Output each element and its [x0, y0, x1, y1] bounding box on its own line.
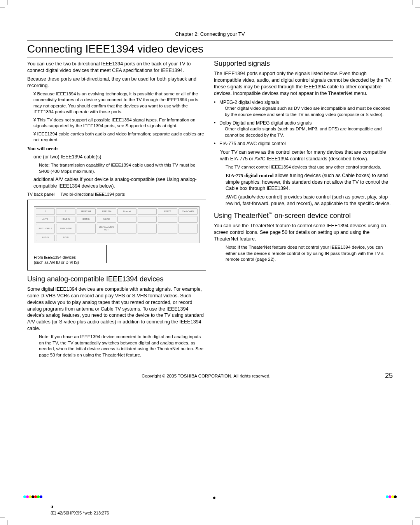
reg-dot-blue — [40, 495, 42, 498]
port-empty3 — [138, 216, 157, 223]
theaternet-heading-a: Using TheaterNet — [214, 212, 269, 219]
sig-eia: EIA-775 and AV/C digital control — [214, 140, 393, 147]
tv-back-panel-figure: 1 2 IEEE1394 IEEE1394 Ethernet EJECT Cab… — [27, 200, 206, 270]
page: Chapter 2: Connecting your TV Connecting… — [0, 0, 420, 392]
slug-text: (E) 42/50HPX95 *web 213:276 — [51, 511, 109, 515]
port-eth: Ethernet — [117, 208, 136, 215]
reg-dot-cyan — [23, 495, 26, 498]
theaternet-heading-b: on-screen device control — [273, 212, 351, 219]
port-empty4 — [158, 216, 177, 223]
port-empty9 — [158, 224, 177, 234]
sig-mpeg2-label: MPEG-2 digital video signals — [219, 100, 279, 105]
you-will-need-heading: You will need: — [27, 145, 206, 152]
sig-dolby: Dolby Digital and MPEG digital audio sig… — [214, 120, 393, 138]
reg-marks-right — [386, 495, 397, 500]
avc-label: AV/C — [226, 194, 237, 200]
sig-mpeg2-desc: Other digital video signals such as DV v… — [225, 105, 393, 118]
copyright: Copyright © 2005 TOSHIBA CORPORATION. Al… — [142, 374, 270, 378]
port-2: 2 — [56, 208, 75, 215]
port-1: 1 — [36, 208, 55, 215]
need-cable: one (or two) IEEE1394 cable(s) — [33, 154, 206, 160]
page-title: Connecting IEEE1394 video devices — [27, 43, 393, 55]
theaternet-heading: Using TheaterNet™ on-screen device contr… — [214, 211, 393, 220]
port-empty7 — [117, 224, 136, 234]
port-audio: AUDIO — [36, 235, 55, 241]
reg-dot-red — [34, 495, 37, 498]
reg-dot-black-r — [394, 495, 397, 498]
control-note: The TV cannot control IEEE1394 devices t… — [226, 164, 393, 170]
sig-dolby-label: Dolby Digital and MPEG digital audio sig… — [219, 120, 312, 126]
reg-marks-left — [23, 495, 42, 500]
eia775-label: EIA-775 digital control — [226, 173, 273, 178]
from-devices-label: From IEEE1394 devices (such as AVHD or D… — [34, 255, 79, 265]
sig-mpeg2: MPEG-2 digital video signals Other digit… — [214, 99, 393, 118]
right-column: Supported signals The IEEE1394 ports sup… — [214, 59, 393, 360]
port-empty8 — [138, 224, 157, 234]
tv-back-ports: 1 2 IEEE1394 IEEE1394 Ethernet EJECT Cab… — [34, 206, 200, 243]
analog-heading: Using analog-compatible IEEE1394 devices — [27, 274, 206, 284]
theaternet-note: Note: If the TheaterNet feature does not… — [226, 244, 393, 263]
port-ieee1: IEEE1394 — [77, 208, 96, 215]
analog-paragraph: Some digital IEEE1394 devices are compat… — [27, 286, 206, 332]
rule-under-title — [27, 58, 393, 58]
cable-note: ¥ IEEE1394 cable carries both audio and … — [33, 131, 206, 143]
port-ant2: ANT 2 — [36, 216, 55, 223]
port-eject: EJECT — [158, 208, 177, 215]
port-glink: G-LINK — [97, 216, 116, 223]
evolving-note: ¥ Because IEEE1394 is an evolving techno… — [33, 91, 206, 115]
port-hdmi2: HDMI IN — [77, 216, 96, 223]
tv-back-panel-label: TV back panel — [27, 192, 54, 197]
two-column-layout: You can use the two bi-directional IEEE1… — [27, 59, 393, 360]
port-cablecard: CableCARD — [178, 208, 198, 215]
cable-line — [106, 245, 107, 263]
port-empty10 — [178, 224, 198, 234]
port-digaudio: DIGITAL AUDIO OUT — [97, 224, 116, 234]
avc-text: (audio/video control) provides basic con… — [226, 194, 391, 206]
page-number: 25 — [385, 372, 393, 380]
reg-dot-cyan-r — [386, 495, 388, 498]
port-empty1 — [138, 208, 157, 215]
port-ieee2: IEEE1394 — [97, 208, 116, 215]
reg-dot-green — [37, 495, 40, 498]
port-antcable: ANT/CABLE — [56, 224, 75, 234]
avc-p: AV/C (audio/video control) provides basi… — [226, 194, 393, 207]
need-cable-note: Note: The transmission capability of IEE… — [39, 162, 206, 174]
reg-dot-black — [32, 495, 34, 498]
footer: Copyright © 2005 TOSHIBA CORPORATION. Al… — [27, 372, 393, 380]
sig-eia-label: EIA-775 and AV/C digital control — [219, 141, 286, 146]
analog-note: Note: If you have an IEEE1394 device con… — [39, 334, 206, 358]
tm-mark: ™ — [269, 212, 273, 216]
port-empty2 — [117, 216, 136, 223]
port-pcin: PC IN — [56, 235, 75, 241]
port-ant1: ANT 1 CABLE — [36, 224, 55, 234]
intro-p1: You can use the two bi-directional IEEE1… — [27, 61, 206, 74]
support-note-text: This TV does not support all possible IE… — [33, 118, 195, 128]
port-hdmi1: HDMI IN — [56, 216, 75, 223]
port-empty6 — [77, 224, 96, 234]
ieee-ports-label: Two bi-directional IEEE1394 ports — [60, 192, 125, 197]
reg-dot-yellow — [29, 495, 32, 498]
supported-intro: The IEEE1394 ports support only the sign… — [214, 70, 393, 97]
evolving-note-text: Because IEEE1394 is an evolving technolo… — [33, 91, 198, 114]
reg-center-mark: ◆ — [213, 495, 216, 500]
cable-note-text: IEEE1394 cable carries both audio and vi… — [33, 132, 204, 142]
left-column: You can use the two bi-directional IEEE1… — [27, 59, 206, 360]
reg-dot-magenta — [26, 495, 29, 498]
panel-labels: TV back panel Two bi-directional IEEE139… — [27, 191, 206, 197]
eia775-p: EIA-775 digital control allows tuning de… — [226, 172, 393, 192]
reg-dot-magenta-r — [388, 495, 391, 498]
print-slug-row: ◆ — [0, 495, 420, 500]
need-av: additional A/V cables if your device is … — [33, 176, 206, 190]
reg-dot-yellow-r — [391, 495, 394, 498]
rule-top — [27, 40, 393, 40]
supported-list: MPEG-2 digital video signals Other digit… — [214, 99, 393, 147]
supported-heading: Supported signals — [214, 59, 393, 68]
sig-dolby-desc: Other digital audio signals (such as DPM… — [225, 126, 393, 138]
theaternet-p: You can use the TheaterNet feature to co… — [214, 223, 393, 242]
reg-icon: ⬗ — [51, 504, 54, 509]
port-empty5 — [178, 216, 198, 223]
chapter-label: Chapter 2: Connecting your TV — [27, 31, 393, 37]
support-note: ¥ This TV does not support all possible … — [33, 117, 206, 129]
intro-p2: Because these ports are bi-directional, … — [27, 76, 206, 89]
control-center-p: Your TV can serve as the control center … — [220, 149, 393, 162]
